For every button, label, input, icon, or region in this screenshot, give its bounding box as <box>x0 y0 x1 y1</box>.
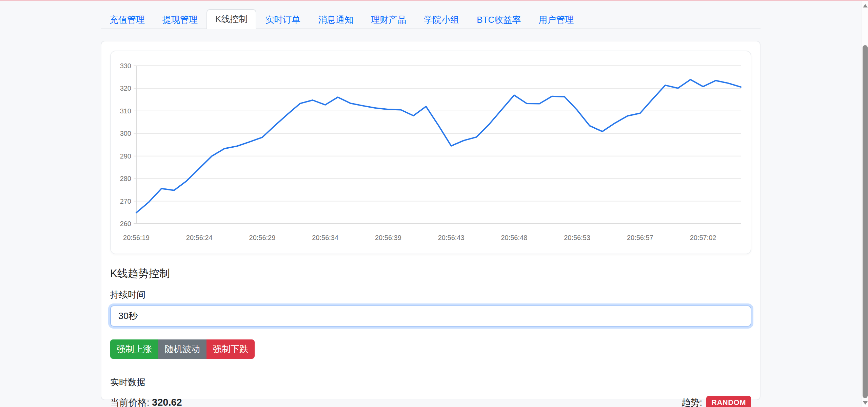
trend-button-group: 强制上涨 随机波动 强制下跌 <box>110 339 255 359</box>
svg-text:290: 290 <box>120 152 131 160</box>
svg-text:20:56:53: 20:56:53 <box>564 234 590 241</box>
price-chart-card: 26027028029030031032033020:56:1920:56:24… <box>110 51 751 254</box>
tab-withdraw-management[interactable]: 提现管理 <box>154 10 206 29</box>
current-price: 当前价格: 320.62 <box>110 396 182 407</box>
svg-text:20:57:02: 20:57:02 <box>690 234 716 241</box>
svg-text:20:56:48: 20:56:48 <box>501 234 527 241</box>
scrollbar[interactable] <box>862 1 868 407</box>
svg-text:330: 330 <box>120 62 131 70</box>
scroll-up-icon[interactable] <box>863 4 868 7</box>
trend-label: 趋势: <box>681 396 702 407</box>
tab-realtime-orders[interactable]: 实时订单 <box>256 10 309 29</box>
trend-badge: RANDOM <box>706 396 751 407</box>
svg-text:20:56:57: 20:56:57 <box>627 234 653 241</box>
tab-wealth-products[interactable]: 理财产品 <box>362 10 415 29</box>
svg-text:300: 300 <box>120 130 131 137</box>
svg-text:280: 280 <box>120 175 131 182</box>
svg-text:20:56:34: 20:56:34 <box>312 234 338 241</box>
duration-label: 持续时间 <box>110 289 751 301</box>
trend-status: 趋势: RANDOM <box>681 396 751 407</box>
random-fluctuation-button[interactable]: 随机波动 <box>158 339 206 359</box>
scroll-down-icon[interactable] <box>863 401 868 405</box>
kline-panel: 26027028029030031032033020:56:1920:56:24… <box>101 41 761 400</box>
realtime-row: 当前价格: 320.62 趋势: RANDOM <box>110 396 751 407</box>
current-price-value: 320.62 <box>152 397 182 407</box>
svg-text:310: 310 <box>120 107 131 114</box>
price-chart: 26027028029030031032033020:56:1920:56:24… <box>111 51 751 254</box>
svg-text:270: 270 <box>120 197 131 205</box>
svg-text:20:56:19: 20:56:19 <box>123 234 150 241</box>
tab-message-notice[interactable]: 消息通知 <box>309 10 362 29</box>
realtime-data-heading: 实时数据 <box>110 376 751 388</box>
svg-text:20:56:43: 20:56:43 <box>438 234 465 241</box>
tab-kline-control[interactable]: K线控制 <box>206 9 256 29</box>
tab-user-management[interactable]: 用户管理 <box>530 10 583 29</box>
svg-text:20:56:24: 20:56:24 <box>186 234 213 241</box>
duration-input[interactable] <box>110 306 751 327</box>
tab-recharge-management[interactable]: 充值管理 <box>101 10 154 29</box>
svg-text:260: 260 <box>120 220 131 227</box>
force-down-button[interactable]: 强制下跌 <box>206 339 255 359</box>
top-accent-strip <box>0 0 868 1</box>
main-container: 充值管理提现管理K线控制实时订单消息通知理财产品学院小组BTC收益率用户管理 2… <box>101 9 761 400</box>
svg-text:20:56:39: 20:56:39 <box>375 234 401 241</box>
current-price-label: 当前价格: <box>110 397 150 407</box>
nav-tabs: 充值管理提现管理K线控制实时订单消息通知理财产品学院小组BTC收益率用户管理 <box>101 9 761 29</box>
tab-academy-group[interactable]: 学院小组 <box>415 10 468 29</box>
svg-text:320: 320 <box>120 85 131 92</box>
tab-btc-yield[interactable]: BTC收益率 <box>468 10 530 29</box>
svg-text:20:56:29: 20:56:29 <box>249 234 276 241</box>
force-up-button[interactable]: 强制上涨 <box>110 339 158 359</box>
trend-control-heading: K线趋势控制 <box>110 266 751 281</box>
scrollbar-thumb[interactable] <box>863 45 868 398</box>
